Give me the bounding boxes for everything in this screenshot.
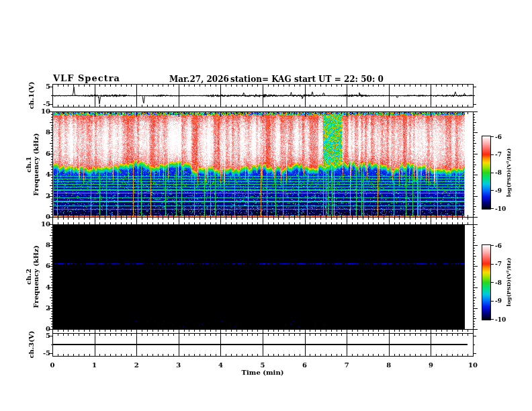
colorbar-tick-label: -7	[495, 261, 502, 267]
freq-y-tick-label: 4	[33, 284, 50, 291]
ch2-label-line2: Frequency (kHz)	[32, 245, 40, 308]
freq-y-tick-label: 4	[33, 171, 50, 178]
volt-y-tick-label: 5	[33, 332, 50, 339]
page-title: VLF Spectra	[53, 73, 120, 83]
vlf-spectra-figure: VLF Spectra Mar.27, 2026 station= KAG st…	[0, 0, 532, 411]
x-tick-label: 3	[176, 362, 181, 369]
colorbar-tick-label: -9	[495, 298, 502, 304]
colorbar-tick-label: -6	[495, 242, 502, 249]
volt-y-tick-label: -5	[33, 101, 50, 107]
x-tick-label: 0	[50, 362, 55, 369]
colorbar-tick-label: -9	[495, 187, 502, 194]
time-axis-title: Time (min)	[242, 369, 284, 376]
colorbar-tick-label: -8	[495, 279, 502, 286]
colorbar-tick-label: -6	[495, 134, 502, 140]
freq-y-tick-label: 10	[33, 221, 50, 228]
ch1-frequency-axis-title: ch.1 Frequency (kHz)	[25, 133, 40, 195]
colorbar2-unit-label: log(PSD)(V²/Hz)	[505, 258, 512, 307]
freq-y-tick-label: 2	[33, 305, 50, 312]
freq-y-tick-label: 2	[33, 193, 50, 199]
station-label: station= KAG	[230, 75, 292, 84]
x-tick-label: 9	[429, 362, 433, 369]
date-label: Mar.27, 2026	[169, 75, 229, 84]
colorbar-tick-label: -7	[495, 151, 502, 158]
x-tick-label: 10	[468, 362, 478, 369]
freq-y-tick-label: 6	[33, 263, 50, 269]
x-tick-label: 4	[218, 362, 223, 369]
spectrogram-plot-canvas	[0, 0, 532, 411]
ch1-label-line1: ch.1	[25, 133, 32, 195]
volt-y-tick-label: -5	[33, 350, 50, 357]
freq-y-tick-label: 8	[33, 242, 50, 248]
freq-y-tick-label: 8	[33, 129, 50, 136]
ch2-label-line1: ch.2	[25, 245, 32, 308]
colorbar1-unit-label: log(PSD)(V²/Hz)	[505, 148, 512, 197]
start-ut-label: start UT = 22: 50: 0	[294, 75, 384, 84]
x-tick-label: 7	[345, 362, 349, 369]
freq-y-tick-label: 10	[33, 108, 50, 115]
freq-y-tick-label: 0	[33, 214, 50, 220]
colorbar-tick-label: -8	[495, 169, 502, 176]
ch1-label-line2: Frequency (kHz)	[32, 133, 40, 195]
colorbar-tick-label: -10	[495, 316, 506, 323]
ch2-frequency-axis-title: ch.2 Frequency (kHz)	[25, 245, 40, 308]
colorbar-tick-label: -10	[495, 205, 506, 212]
freq-y-tick-label: 6	[33, 150, 50, 157]
freq-y-tick-label: 0	[33, 326, 50, 332]
volt-y-tick-label: 5	[33, 83, 50, 90]
x-tick-label: 5	[261, 362, 265, 369]
x-tick-label: 1	[92, 362, 97, 369]
x-tick-label: 2	[134, 362, 139, 369]
x-tick-label: 8	[386, 362, 391, 369]
x-tick-label: 6	[302, 362, 307, 369]
